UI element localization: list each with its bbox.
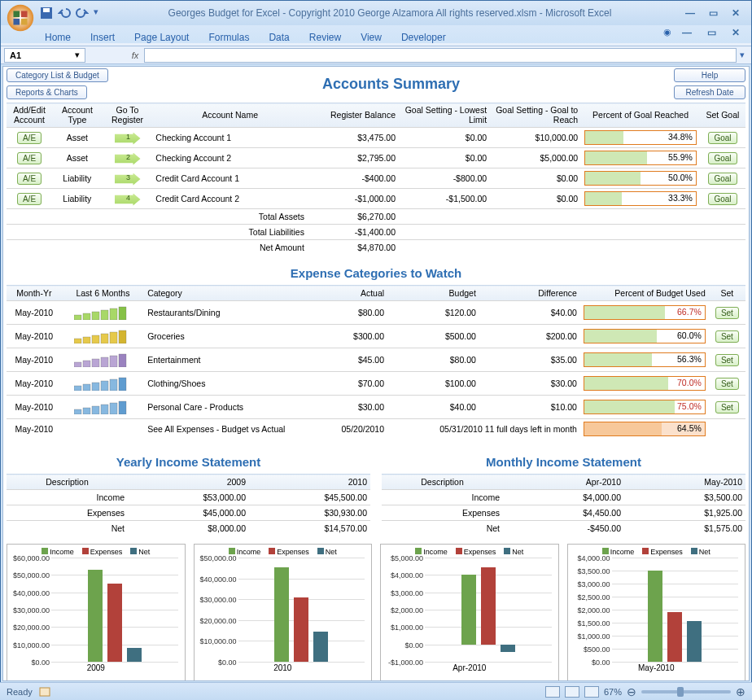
sparkline-icon [74, 304, 131, 320]
ribbon-tab-review[interactable]: Review [309, 32, 341, 43]
hdr-budget: Budget [387, 286, 479, 301]
ribbon-close-icon[interactable]: ✕ [727, 27, 745, 38]
name-box-dropdown-icon[interactable]: ▾ [75, 50, 80, 60]
add-edit-button[interactable]: A/E [17, 132, 42, 144]
hdr-goal-low: Goal Setting - Lowest Limit [399, 103, 490, 128]
svg-rect-3 [13, 19, 20, 25]
svg-point-0 [7, 5, 33, 31]
name-box[interactable]: A1▾ [4, 48, 85, 63]
page-title: Accounts Summary [322, 76, 460, 93]
total-liab: -$1,400.00 [308, 225, 399, 240]
register-balance: $3,475.00 [308, 128, 399, 148]
percent-goal-cell: 55.9% [584, 151, 697, 165]
refresh-date-button[interactable]: Refresh Date [674, 85, 745, 99]
zoom-level[interactable]: 67% [604, 687, 622, 697]
goal-button[interactable]: Goal [708, 152, 737, 164]
goto-register-arrow-icon[interactable]: 2 [115, 153, 141, 165]
office-orb[interactable] [4, 2, 37, 33]
percent-budget-cell: 60.0% [584, 329, 706, 343]
fx-icon[interactable]: fx [126, 50, 144, 60]
chart-plot: $0.00$10,000.00$20,000.00$30,000.00$40,0… [51, 558, 178, 662]
budget-value: $100.00 [387, 372, 479, 396]
hdr-last6: Last 6 Months [62, 286, 145, 301]
goal-button[interactable]: Goal [708, 173, 737, 185]
see-all-label: See All Expenses - Budget vs Actual [144, 419, 304, 440]
hdr-goto-register: Go To Register [103, 103, 153, 128]
set-button[interactable]: Set [715, 330, 739, 343]
income-value: -$450.00 [503, 521, 624, 536]
goto-register-arrow-icon[interactable]: 4 [115, 194, 141, 206]
account-row: A/E Liability 3 Credit Card Account 1 -$… [7, 168, 745, 189]
macro-record-icon[interactable] [39, 686, 52, 698]
help-button[interactable]: Help [674, 68, 745, 82]
set-button[interactable]: Set [715, 378, 739, 390]
ribbon-tab-developer[interactable]: Developer [401, 32, 446, 43]
income-row-label: Expenses [382, 505, 503, 521]
percent-month-cell: 64.5% [584, 422, 706, 436]
set-button[interactable]: Set [715, 307, 739, 319]
help-icon[interactable]: ◉ [663, 27, 671, 38]
close-button[interactable]: ✕ [727, 7, 745, 19]
svg-rect-22 [101, 357, 108, 367]
add-edit-button[interactable]: A/E [17, 193, 42, 205]
income-row-label: Net [382, 521, 503, 536]
net-amount-label: Net Amount [152, 240, 308, 256]
ribbon-restore-icon[interactable]: ▭ [702, 27, 720, 38]
svg-rect-4 [21, 19, 28, 25]
chart-bar [481, 567, 496, 645]
zoom-in-icon[interactable]: ⊕ [736, 685, 745, 698]
svg-rect-12 [119, 307, 126, 320]
maximize-button[interactable]: ▭ [704, 7, 722, 19]
svg-rect-17 [110, 332, 117, 343]
undo-icon[interactable] [58, 7, 71, 20]
income-value: $3,500.00 [624, 490, 745, 505]
worksheet: Category List & Budget Reports & Charts … [2, 66, 750, 681]
ribbon-tab-view[interactable]: View [361, 32, 382, 43]
svg-rect-6 [43, 8, 50, 12]
month-end-info: 05/31/2010 11 full days left in month [387, 419, 580, 440]
ribbon-tabs: HomeInsertPage LayoutFormulasDataReviewV… [1, 25, 751, 43]
zoom-slider[interactable] [641, 690, 731, 693]
add-edit-button[interactable]: A/E [17, 152, 42, 164]
titlebar: ▾ Georges Budget for Excel - Copyright 2… [1, 1, 751, 25]
hdr-balance: Register Balance [308, 103, 399, 128]
add-edit-button[interactable]: A/E [17, 173, 42, 185]
page-break-view-icon[interactable] [584, 686, 599, 698]
category-name: Personal Care - Products [144, 396, 304, 419]
set-button[interactable]: Set [715, 401, 739, 413]
ribbon-tab-insert[interactable]: Insert [90, 32, 115, 43]
month-value: May-2010 [7, 348, 62, 372]
minimize-button[interactable]: — [681, 7, 699, 19]
zoom-out-icon[interactable]: ⊖ [627, 685, 636, 698]
hdr-diff: Difference [479, 286, 580, 301]
goal-lowest: $0.00 [399, 148, 490, 168]
today-date: 05/20/2010 [305, 419, 388, 440]
redo-icon[interactable] [76, 7, 89, 20]
ribbon-tab-page-layout[interactable]: Page Layout [134, 32, 189, 43]
set-button[interactable]: Set [715, 354, 739, 366]
svg-rect-34 [101, 405, 108, 414]
income-value: $14,570.00 [249, 521, 370, 536]
formula-bar[interactable] [144, 48, 737, 63]
chart-bar [461, 575, 476, 644]
ribbon-tab-home[interactable]: Home [45, 32, 71, 43]
ribbon-tab-data[interactable]: Data [269, 32, 289, 43]
normal-view-icon[interactable] [545, 686, 560, 698]
formula-bar-expand-icon[interactable]: ▾ [737, 50, 748, 60]
page-layout-view-icon[interactable] [565, 686, 579, 698]
goal-button[interactable]: Goal [708, 132, 737, 144]
goto-register-arrow-icon[interactable]: 3 [115, 173, 141, 186]
svg-rect-28 [101, 381, 108, 391]
ribbon-minimize-icon[interactable]: — [678, 27, 696, 38]
register-balance: -$400.00 [308, 168, 399, 189]
svg-rect-18 [119, 330, 126, 343]
save-icon[interactable] [40, 7, 53, 20]
goal-button[interactable]: Goal [708, 193, 737, 205]
reports-charts-button[interactable]: Reports & Charts [7, 85, 87, 99]
account-type: Liability [52, 168, 103, 189]
account-name: Checking Account 2 [152, 148, 308, 168]
goto-register-arrow-icon[interactable]: 1 [115, 133, 141, 145]
account-row: A/E Liability 4 Credit Card Account 2 -$… [7, 189, 745, 209]
category-list-button[interactable]: Category List & Budget [7, 68, 108, 82]
ribbon-tab-formulas[interactable]: Formulas [208, 32, 249, 43]
